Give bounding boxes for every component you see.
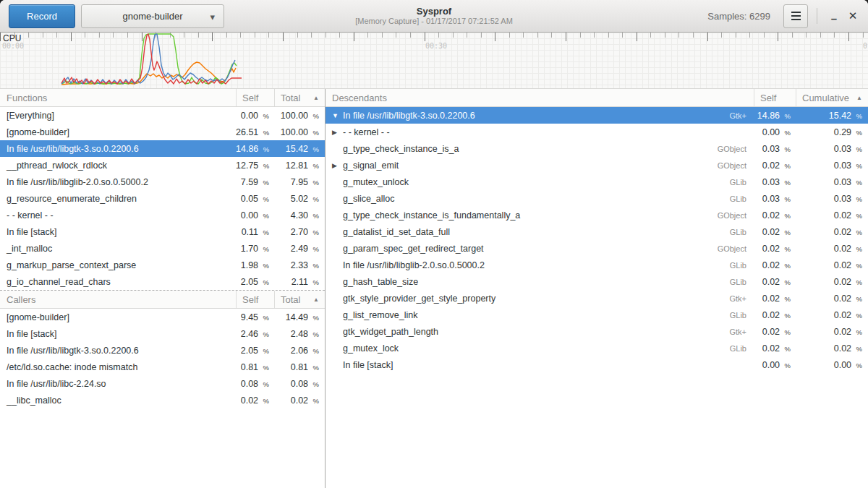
total-percent: 7.95 % [274,177,325,187]
self-percent: 1.98 % [236,260,274,270]
functions-table-header: Functions Self Total ▲ [0,89,325,107]
table-row[interactable]: In file /usr/lib/libc-2.24.so0.08 %0.08 … [0,375,325,392]
minimize-button[interactable]: – [825,7,843,25]
menu-button[interactable] [783,4,808,28]
library-tag: GObject [718,244,754,253]
descendant-name-cell: In file /usr/lib/libglib-2.0.so.0.5000.2… [326,260,754,270]
self-percent: 0.00 % [236,210,274,221]
tree-row[interactable]: g_list_remove_linkGLib0.02 %0.02 % [326,307,868,323]
tree-row[interactable]: g_slice_allocGLib0.03 %0.03 % [326,190,868,207]
tree-row[interactable]: In file [stack]0.00 %0.00 % [326,356,868,373]
descendant-name: g_hash_table_size [343,277,418,287]
functions-column-header[interactable]: Functions [0,89,236,106]
table-row[interactable]: __libc_malloc0.02 %0.02 % [0,392,325,408]
percent-sign: % [313,262,319,270]
descendants-column-header[interactable]: Descendants [326,89,754,106]
percent-sign: % [785,262,791,270]
tree-row[interactable]: gtk_style_provider_get_style_propertyGtk… [326,290,868,307]
total-column-header[interactable]: Total ▲ [274,89,325,106]
callers-column-header[interactable]: Callers [0,291,236,308]
library-tag: Gtk+ [729,111,754,120]
self-column-header[interactable]: Self [236,291,274,308]
function-name: g_io_channel_read_chars [0,277,236,287]
cumulative-percent: 15.42 % [796,111,868,121]
table-row[interactable]: _int_malloc1.70 %2.49 % [0,240,325,257]
table-row[interactable]: g_io_channel_read_chars2.05 %2.11 % [0,273,325,290]
function-name: [gnome-builder] [0,127,236,137]
tree-row[interactable]: g_mutex_unlockGLib0.03 %0.03 % [326,174,868,190]
tree-row[interactable]: g_type_check_instance_is_fundamentally_a… [326,207,868,223]
table-row[interactable]: - - kernel - -0.00 %4.30 % [0,207,325,223]
cumulative-percent: 0.00 % [796,360,868,370]
cumulative-percent: 0.02 % [796,210,868,221]
table-row[interactable]: In file /usr/lib/libgtk-3.so.0.2200.614.… [0,140,325,157]
self-percent: 0.02 % [754,210,796,221]
total-column-header[interactable]: Total ▲ [274,291,325,308]
percent-sign: % [263,262,269,270]
tree-row[interactable]: gtk_widget_path_lengthGtk+0.02 %0.02 % [326,323,868,340]
table-row[interactable]: [Everything]0.00 %100.00 % [0,107,325,124]
tree-row[interactable]: g_hash_table_sizeGLib0.02 %0.02 % [326,273,868,290]
tree-row[interactable]: g_mutex_lockGLib0.02 %0.02 % [326,340,868,356]
percent-sign: % [313,278,319,286]
expander-closed-icon[interactable]: ▶ [332,162,343,169]
table-row[interactable]: __pthread_rwlock_rdlock12.75 %12.81 % [0,157,325,174]
expander-open-icon[interactable]: ▼ [332,112,343,119]
function-name: [gnome-builder] [0,312,236,322]
table-row[interactable]: /etc/ld.so.cache: inode mismatch0.81 %0.… [0,359,325,375]
percent-sign: % [785,129,791,137]
table-row[interactable]: [gnome-builder]26.51 %100.00 % [0,124,325,140]
sort-ascending-icon: ▲ [852,95,862,101]
table-row[interactable]: g_resource_enumerate_children0.05 %5.02 … [0,190,325,207]
sort-ascending-icon: ▲ [309,95,319,101]
cumulative-percent: 0.29 % [796,127,868,137]
cpu-blue-line [61,34,235,84]
table-row[interactable]: In file /usr/lib/libglib-2.0.so.0.5000.2… [0,174,325,190]
tree-row[interactable]: g_type_check_instance_is_aGObject0.03 %0… [326,140,868,157]
table-row[interactable]: In file [stack]2.46 %2.48 % [0,325,325,342]
descendant-name-cell: g_type_check_instance_is_fundamentally_a… [326,210,754,221]
record-button[interactable]: Record [9,4,75,28]
total-percent: 0.08 % [274,379,325,389]
percent-sign: % [785,312,791,320]
cpu-usage-lines [0,33,868,88]
descendants-table-header: Descendants Self Cumulative ▲ [326,89,868,107]
tree-row[interactable]: g_datalist_id_set_data_fullGLib0.02 %0.0… [326,223,868,240]
tree-row[interactable]: In file /usr/lib/libglib-2.0.so.0.5000.2… [326,257,868,273]
cumulative-column-header[interactable]: Cumulative ▲ [796,89,868,106]
library-tag: GLib [730,178,754,187]
descendant-name: g_mutex_lock [343,343,399,354]
library-tag: GObject [718,161,754,170]
table-row[interactable]: g_markup_parse_context_parse1.98 %2.33 % [0,257,325,273]
tree-row[interactable]: ▶- - kernel - -0.00 %0.29 % [326,124,868,140]
percent-sign: % [263,397,269,405]
self-percent: 14.86 % [236,144,274,154]
close-button[interactable]: ✕ [843,7,862,25]
percent-sign: % [856,345,862,353]
total-percent: 2.33 % [274,260,325,270]
self-percent: 1.70 % [236,244,274,254]
table-row[interactable]: [gnome-builder]9.45 %14.49 % [0,309,325,325]
descendant-name: g_mutex_unlock [343,177,409,187]
percent-sign: % [856,145,862,153]
self-percent: 2.05 % [236,346,274,356]
table-row[interactable]: In file [stack]0.11 %2.70 % [0,223,325,240]
table-row[interactable]: In file /usr/lib/libgtk-3.so.0.2200.62.0… [0,342,325,359]
cpu-graph[interactable]: CPU 00:00 00:30 01:00 [0,33,868,88]
window-subtitle: [Memory Capture] - 01/17/2017 07:21:52 A… [355,17,513,26]
percent-sign: % [785,179,791,187]
process-selector-dropdown[interactable]: gnome-builder ▾ [81,4,224,28]
function-name: /etc/ld.so.cache: inode mismatch [0,362,236,372]
tree-row[interactable]: ▶g_signal_emitGObject0.02 %0.03 % [326,157,868,174]
descendant-name-cell: g_datalist_id_set_data_fullGLib [326,227,754,237]
self-column-header[interactable]: Self [754,89,796,106]
function-name: In file /usr/lib/libgtk-3.so.0.2200.6 [0,346,236,356]
tree-row[interactable]: g_param_spec_get_redirect_targetGObject0… [326,240,868,257]
percent-sign: % [785,145,791,153]
self-column-header[interactable]: Self [236,89,274,106]
expander-closed-icon[interactable]: ▶ [332,129,343,136]
self-percent: 0.00 % [236,111,274,121]
tree-row[interactable]: ▼In file /usr/lib/libgtk-3.so.0.2200.6Gt… [326,107,868,124]
self-percent: 26.51 % [236,127,274,137]
percent-sign: % [263,228,269,236]
